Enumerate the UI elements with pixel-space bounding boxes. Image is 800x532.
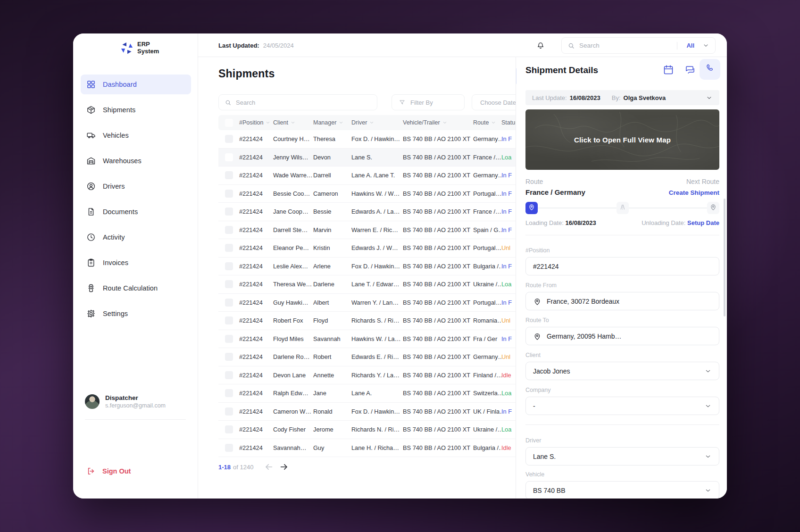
- sidebar-item-dashboard[interactable]: Dashboard: [81, 75, 191, 94]
- cell-vehicle: BS 740 BB / AO 2100 XT: [403, 408, 473, 415]
- table-row[interactable]: #221424 Darlene Ro… Robert Edwards E. / …: [218, 348, 546, 366]
- chevron-down-icon[interactable]: [702, 42, 709, 49]
- column-route[interactable]: Route: [473, 119, 501, 126]
- sidebar-item-shipments[interactable]: Shipments: [81, 100, 191, 120]
- cell-route: Finland /…: [473, 372, 501, 379]
- field-control[interactable]: Lane S.: [525, 447, 719, 466]
- row-checkbox[interactable]: [225, 444, 233, 452]
- chat-icon[interactable]: [684, 64, 696, 75]
- row-checkbox[interactable]: [225, 280, 233, 288]
- cell-route: Ukraine /…: [473, 281, 501, 288]
- sidebar-item-vehicles[interactable]: Vehicles: [81, 125, 191, 145]
- create-shipment-link[interactable]: Create Shipment: [669, 189, 719, 196]
- field-control[interactable]: Germany, 20095 Hamb…: [525, 327, 719, 345]
- search-icon: [567, 42, 575, 50]
- table-row[interactable]: #221424 Courtney H… Theresa Fox D. / Haw…: [218, 130, 546, 149]
- sidebar-item-invoices[interactable]: Invoices: [81, 253, 191, 273]
- table-row[interactable]: #221424 Ralph Edw… Jane Lane A. BS 740 B…: [218, 384, 546, 403]
- cell-driver: Lane A. /Lane T.: [351, 172, 403, 179]
- page-title: Shipments: [218, 67, 275, 80]
- previous-page-arrow-icon[interactable]: [264, 462, 274, 472]
- sidebar-item-label: Drivers: [103, 183, 125, 190]
- map-preview[interactable]: Click to Open Full View Map: [525, 109, 719, 170]
- last-update-bar[interactable]: Last Update: 16/08/2023 By: Olga Svetkov…: [525, 90, 719, 105]
- next-page-arrow-icon[interactable]: [279, 462, 289, 472]
- column-driver[interactable]: Driver: [351, 119, 403, 126]
- field-value: Jacob Jones: [533, 367, 699, 375]
- row-checkbox[interactable]: [225, 190, 233, 198]
- table-row[interactable]: #221424 Jenny Wils… Devon Lane S. BS 740…: [218, 149, 546, 167]
- shipments-search-input[interactable]: Search: [218, 94, 377, 110]
- table-row[interactable]: #221424 Darrell Ste… Marvin Warren E. / …: [218, 221, 546, 240]
- row-checkbox[interactable]: [225, 171, 233, 179]
- field-label: Driver: [525, 437, 719, 444]
- collapse-panel-button[interactable]: [516, 67, 517, 85]
- table-row[interactable]: #221424 Eleanor Pe… Kristin Edwards J. /…: [218, 239, 546, 258]
- table-row[interactable]: #221424 Jane Coop… Bessie Edwards A. / L…: [218, 203, 546, 221]
- calendar-icon[interactable]: [663, 64, 674, 75]
- row-checkbox[interactable]: [225, 299, 233, 307]
- row-checkbox[interactable]: [225, 226, 233, 234]
- table-row[interactable]: #221424 Theresa We… Darlene Lane T. / Ed…: [218, 275, 546, 294]
- select-all-checkbox[interactable]: [225, 119, 233, 127]
- cell-client: Bessie Coo…: [273, 190, 313, 197]
- row-checkbox[interactable]: [225, 389, 233, 397]
- row-checkbox[interactable]: [225, 353, 233, 361]
- global-search[interactable]: Search All: [561, 37, 716, 54]
- phone-button[interactable]: [700, 59, 720, 80]
- row-checkbox[interactable]: [225, 244, 233, 252]
- cell-vehicle: BS 740 BB / AO 2100 XT: [403, 172, 473, 179]
- field-control[interactable]: BS 740 BB: [525, 481, 719, 499]
- sign-out-button[interactable]: Sign Out: [86, 466, 131, 476]
- field-control[interactable]: France, 30072 Bordeaux: [525, 292, 719, 310]
- table-row[interactable]: #221424 Guy Hawki… Albert Warren Y. / La…: [218, 294, 546, 312]
- app-logo: ERP System: [120, 41, 159, 55]
- field-control[interactable]: -: [525, 397, 719, 415]
- row-checkbox[interactable]: [225, 135, 233, 143]
- row-checkbox[interactable]: [225, 262, 233, 270]
- sidebar-divider: [85, 419, 186, 420]
- sidebar-item-activity[interactable]: Activity: [81, 227, 191, 247]
- sidebar-item-route-calculation[interactable]: Route Calculation: [81, 278, 191, 298]
- clipboard-icon: [86, 258, 96, 267]
- field-control[interactable]: #221424: [525, 257, 719, 275]
- row-checkbox[interactable]: [225, 335, 233, 343]
- dates-row: Loading Date: 16/08/2023 Unloading Date:…: [525, 219, 719, 226]
- sidebar-item-drivers[interactable]: Drivers: [81, 176, 191, 196]
- row-checkbox[interactable]: [225, 371, 233, 379]
- table-row[interactable]: #221424 Floyd Miles Savannah Hawkins W. …: [218, 330, 546, 349]
- sidebar-item-settings[interactable]: Settings: [81, 304, 191, 324]
- row-checkbox[interactable]: [225, 208, 233, 216]
- cell-manager: Ronald: [313, 408, 351, 415]
- table-row[interactable]: #221424 Cameron W… Ronald Fox D. / Hawki…: [218, 403, 546, 421]
- table-row[interactable]: #221424 Robert Fox Floyd Richards S. / R…: [218, 312, 546, 330]
- table-row[interactable]: #221424 Bessie Coo… Cameron Hawkins W. /…: [218, 185, 546, 203]
- column-position[interactable]: #Position: [239, 119, 273, 126]
- table-row[interactable]: #221424 Savannah… Guy Lane H. / Richa… B…: [218, 439, 546, 457]
- field-control[interactable]: Jacob Jones: [525, 362, 719, 380]
- table-row[interactable]: #221424 Leslie Alex… Arlene Fox D. / Haw…: [218, 258, 546, 276]
- row-checkbox[interactable]: [225, 316, 233, 324]
- notifications-bell-icon[interactable]: [536, 41, 545, 50]
- row-checkbox[interactable]: [225, 153, 233, 161]
- cell-driver: Lane T. / Edwar…: [351, 281, 403, 288]
- column-client[interactable]: Client: [273, 119, 313, 126]
- table-row[interactable]: #221424 Cody Fisher Jerome Richards N. /…: [218, 421, 546, 439]
- search-scope-value[interactable]: All: [686, 42, 694, 49]
- sidebar-item-warehouses[interactable]: Warehouses: [81, 151, 191, 171]
- pagination-range: 1-18: [218, 464, 231, 471]
- table-row[interactable]: #221424 Devon Lane Annette Richards Y. /…: [218, 366, 546, 385]
- setup-date-link[interactable]: Setup Date: [687, 219, 719, 226]
- table-row[interactable]: #221424 Wade Warre… Darrell Lane A. /Lan…: [218, 166, 546, 185]
- sidebar-item-documents[interactable]: Documents: [81, 202, 191, 222]
- column-manager[interactable]: Manager: [313, 119, 351, 126]
- panel-scrollbar[interactable]: [724, 199, 725, 316]
- main-area: Last Updated: 24/05/2024 Search All Ship…: [198, 33, 727, 499]
- row-checkbox[interactable]: [225, 425, 233, 433]
- user-email: s.ferguson@gmail.com: [105, 402, 166, 409]
- column-vehicle-trailer[interactable]: Vehicle/Trailer: [403, 119, 473, 126]
- cell-client: Cameron W…: [273, 408, 313, 415]
- row-checkbox[interactable]: [225, 407, 233, 416]
- filter-by-button[interactable]: Filter By: [392, 94, 465, 110]
- cell-route: Germany…: [473, 135, 501, 142]
